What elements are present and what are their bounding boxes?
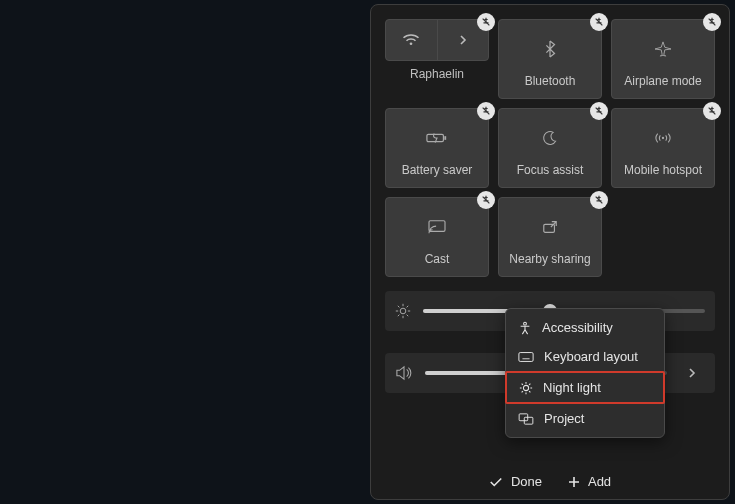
svg-line-13 — [398, 315, 400, 317]
svg-line-11 — [398, 306, 400, 308]
svg-line-28 — [529, 391, 530, 392]
svg-point-6 — [400, 308, 406, 314]
menu-item-keyboard-layout[interactable]: Keyboard layout — [506, 342, 664, 371]
svg-point-15 — [524, 322, 527, 325]
unpin-icon — [481, 17, 491, 27]
tile-label: Nearby sharing — [509, 252, 590, 266]
cast-icon — [427, 219, 447, 235]
moon-icon — [542, 130, 558, 146]
svg-line-27 — [522, 383, 523, 384]
night-light-icon — [519, 381, 533, 395]
unpin-icon — [594, 106, 604, 116]
svg-rect-16 — [519, 352, 533, 361]
menu-item-project[interactable]: Project — [506, 404, 664, 433]
menu-label: Project — [544, 411, 584, 426]
add-button[interactable]: Add — [568, 474, 611, 489]
tile-label: Focus assist — [517, 163, 584, 177]
unpin-icon — [481, 106, 491, 116]
share-icon — [541, 219, 559, 235]
tile-grid: Raphaelin Bluetooth — [385, 19, 715, 277]
tile-label: Battery saver — [402, 163, 473, 177]
unpin-button[interactable] — [477, 191, 495, 209]
add-menu: Accessibility Keyboard layout Night ligh… — [505, 308, 665, 438]
brightness-icon — [395, 303, 411, 319]
tile-wifi-top — [385, 19, 489, 61]
accessibility-icon — [518, 321, 532, 335]
tile-label: Cast — [425, 252, 450, 266]
svg-point-3 — [662, 137, 664, 139]
tile-cast[interactable]: Cast — [385, 197, 489, 277]
tile-label: Mobile hotspot — [624, 163, 702, 177]
hotspot-icon — [654, 130, 672, 146]
volume-output-button[interactable] — [679, 360, 705, 386]
tile-airplane[interactable]: Airplane mode — [611, 19, 715, 99]
unpin-icon — [481, 195, 491, 205]
tile-label: Airplane mode — [624, 74, 701, 88]
unpin-icon — [707, 106, 717, 116]
done-label: Done — [511, 474, 542, 489]
unpin-button[interactable] — [590, 102, 608, 120]
wifi-icon — [402, 33, 420, 47]
project-icon — [518, 413, 534, 425]
svg-rect-2 — [444, 136, 446, 140]
menu-item-accessibility[interactable]: Accessibility — [506, 313, 664, 342]
svg-line-29 — [522, 391, 523, 392]
tile-label: Bluetooth — [525, 74, 576, 88]
unpin-button[interactable] — [477, 13, 495, 31]
menu-label: Night light — [543, 380, 601, 395]
tile-bluetooth[interactable]: Bluetooth — [498, 19, 602, 99]
chevron-right-icon — [687, 368, 697, 378]
tile-label: Raphaelin — [410, 67, 464, 81]
done-button[interactable]: Done — [489, 474, 542, 489]
menu-item-night-light[interactable]: Night light — [505, 371, 665, 404]
unpin-icon — [594, 195, 604, 205]
svg-line-14 — [407, 306, 409, 308]
unpin-button[interactable] — [703, 102, 721, 120]
tile-mobile-hotspot[interactable]: Mobile hotspot — [611, 108, 715, 188]
menu-label: Keyboard layout — [544, 349, 638, 364]
keyboard-icon — [518, 351, 534, 363]
bluetooth-icon — [544, 40, 556, 58]
tile-focus-assist[interactable]: Focus assist — [498, 108, 602, 188]
wifi-toggle[interactable] — [386, 20, 438, 60]
add-label: Add — [588, 474, 611, 489]
tile-wifi: Raphaelin — [385, 19, 489, 99]
chevron-right-icon — [458, 35, 468, 45]
svg-point-0 — [410, 42, 413, 45]
battery-saver-icon — [426, 131, 448, 145]
check-icon — [489, 476, 503, 488]
svg-point-22 — [523, 385, 528, 390]
unpin-button[interactable] — [590, 13, 608, 31]
unpin-icon — [594, 17, 604, 27]
unpin-button[interactable] — [477, 102, 495, 120]
svg-line-30 — [529, 383, 530, 384]
svg-line-12 — [407, 315, 409, 317]
airplane-icon — [654, 41, 672, 57]
unpin-button[interactable] — [590, 191, 608, 209]
panel-footer: Done Add — [371, 474, 729, 489]
unpin-button[interactable] — [703, 13, 721, 31]
tile-nearby-sharing[interactable]: Nearby sharing — [498, 197, 602, 277]
volume-icon — [395, 365, 413, 381]
menu-label: Accessibility — [542, 320, 613, 335]
tile-battery-saver[interactable]: Battery saver — [385, 108, 489, 188]
plus-icon — [568, 476, 580, 488]
unpin-icon — [707, 17, 717, 27]
